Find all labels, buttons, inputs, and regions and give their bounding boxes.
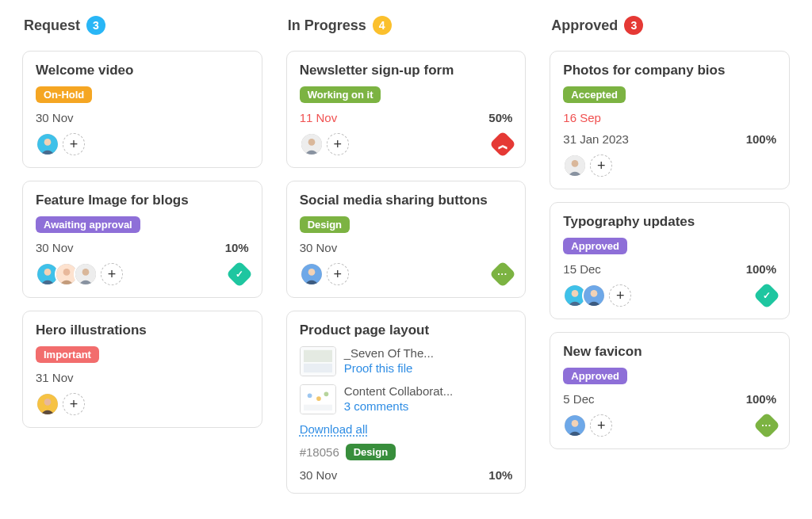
column-title: Approved xyxy=(551,17,618,34)
status-pill: On-Hold xyxy=(36,86,92,103)
avatar[interactable] xyxy=(300,132,324,156)
avatar[interactable] xyxy=(74,262,98,286)
card-date-overdue: 11 Nov xyxy=(300,111,338,124)
avatar[interactable] xyxy=(300,262,324,286)
add-assignee-button[interactable]: + xyxy=(63,393,85,415)
card-date-overdue: 16 Sep xyxy=(563,111,776,124)
priority-flag-icon[interactable] xyxy=(753,412,780,439)
card-title: Newsletter sign-up form xyxy=(300,63,513,78)
card-welcome-video[interactable]: Welcome video On-Hold 30 Nov + xyxy=(22,51,262,168)
card-hero-illustrations[interactable]: Hero illustrations Important 31 Nov + xyxy=(22,311,262,428)
card-new-favicon[interactable]: New favicon Approved 5 Dec 100% + xyxy=(550,332,790,449)
card-percent: 10% xyxy=(488,468,512,482)
attachment-name: _Seven Of The... xyxy=(344,346,434,360)
add-assignee-button[interactable]: + xyxy=(327,263,349,285)
avatar[interactable] xyxy=(563,154,587,177)
svg-point-9 xyxy=(44,399,52,406)
column-header: Request 3 xyxy=(22,16,262,38)
add-assignee-button[interactable]: + xyxy=(63,133,85,155)
attachment-name: Content Collaborat... xyxy=(344,384,454,398)
attachment: Content Collaborat... 3 comments xyxy=(300,384,513,414)
priority-flag-icon[interactable] xyxy=(489,261,516,288)
priority-flag-icon[interactable] xyxy=(226,261,253,288)
add-assignee-button[interactable]: + xyxy=(327,133,349,155)
card-date: 5 Dec xyxy=(563,392,594,406)
status-pill: Working on it xyxy=(300,86,381,103)
svg-point-19 xyxy=(316,396,321,401)
svg-point-1 xyxy=(44,139,52,146)
avatar[interactable] xyxy=(563,414,587,437)
assignees: + xyxy=(300,262,349,286)
column-title: Request xyxy=(24,17,80,34)
status-pill: Design xyxy=(346,444,396,460)
attachment: _Seven Of The... Proof this file xyxy=(300,346,513,376)
status-pill: Approved xyxy=(563,368,627,384)
card-percent: 100% xyxy=(746,262,776,276)
card-typography[interactable]: Typography updates Approved 15 Dec 100% … xyxy=(550,202,790,319)
add-assignee-button[interactable]: + xyxy=(590,414,612,437)
card-title: Hero illustrations xyxy=(36,322,249,338)
card-percent: 100% xyxy=(746,132,776,146)
column-title: In Progress xyxy=(288,17,366,34)
svg-point-25 xyxy=(572,290,579,297)
avatar[interactable] xyxy=(36,132,59,156)
card-date: 30 Nov xyxy=(36,111,249,124)
column-header: Approved 3 xyxy=(550,16,790,38)
card-newsletter[interactable]: Newsletter sign-up form Working on it 11… xyxy=(286,51,527,168)
add-assignee-button[interactable]: + xyxy=(590,155,612,177)
assignees: + xyxy=(36,392,249,416)
column-request: Request 3 Welcome video On-Hold 30 Nov +… xyxy=(22,16,262,428)
card-photos-bios[interactable]: Photos for company bios Accepted 16 Sep … xyxy=(550,51,790,189)
svg-rect-15 xyxy=(304,350,332,362)
download-all-link[interactable]: Download all xyxy=(300,422,513,436)
svg-point-3 xyxy=(44,269,52,276)
card-date: 31 Nov xyxy=(36,371,249,384)
comments-link[interactable]: 3 comments xyxy=(344,399,454,413)
add-assignee-button[interactable]: + xyxy=(101,263,123,285)
svg-point-23 xyxy=(572,160,579,167)
svg-point-29 xyxy=(572,420,579,427)
card-title: Feature Image for blogs xyxy=(36,193,249,208)
assignees: + xyxy=(563,154,776,177)
assignees: + xyxy=(36,262,123,286)
status-pill: Awaiting approval xyxy=(36,216,140,233)
card-date: 30 Nov xyxy=(36,241,74,254)
svg-point-27 xyxy=(591,290,598,297)
card-title: Social media sharing buttons xyxy=(300,193,513,208)
card-date: 15 Dec xyxy=(563,262,601,276)
status-pill: Approved xyxy=(563,238,627,254)
card-title: Typography updates xyxy=(563,214,776,230)
card-percent: 50% xyxy=(488,111,512,124)
card-title: Photos for company bios xyxy=(563,63,776,78)
attachment-thumbnail[interactable] xyxy=(300,346,336,376)
svg-point-13 xyxy=(308,269,315,276)
avatar[interactable] xyxy=(582,284,606,307)
card-percent: 10% xyxy=(225,241,249,254)
card-title: New favicon xyxy=(563,344,776,360)
status-pill: Design xyxy=(300,216,350,233)
priority-flag-icon[interactable] xyxy=(753,282,780,309)
add-assignee-button[interactable]: + xyxy=(609,284,631,307)
card-social-sharing[interactable]: Social media sharing buttons Design 30 N… xyxy=(286,181,527,298)
card-date: 31 Jan 2023 xyxy=(563,132,629,146)
priority-flag-icon[interactable] xyxy=(489,131,516,158)
svg-point-20 xyxy=(324,392,328,397)
assignees: + xyxy=(563,414,612,437)
column-header: In Progress 4 xyxy=(286,16,527,38)
attachment-thumbnail[interactable] xyxy=(300,384,336,414)
svg-rect-21 xyxy=(304,405,332,411)
kanban-board: Request 3 Welcome video On-Hold 30 Nov +… xyxy=(0,0,812,517)
column-count-badge: 3 xyxy=(86,16,105,35)
card-date: 30 Nov xyxy=(300,241,513,254)
column-approved: Approved 3 Photos for company bios Accep… xyxy=(550,16,790,449)
status-pill: Accepted xyxy=(563,86,626,103)
card-feature-image[interactable]: Feature Image for blogs Awaiting approva… xyxy=(22,181,262,298)
svg-point-5 xyxy=(63,269,71,276)
card-title: Welcome video xyxy=(36,63,249,78)
assignees: + xyxy=(36,132,85,156)
avatar[interactable] xyxy=(36,392,59,416)
column-count-badge: 4 xyxy=(373,16,392,35)
svg-point-11 xyxy=(308,139,315,146)
proof-file-link[interactable]: Proof this file xyxy=(344,361,434,375)
card-product-page[interactable]: Product page layout _Seven Of The... Pro… xyxy=(286,311,527,494)
